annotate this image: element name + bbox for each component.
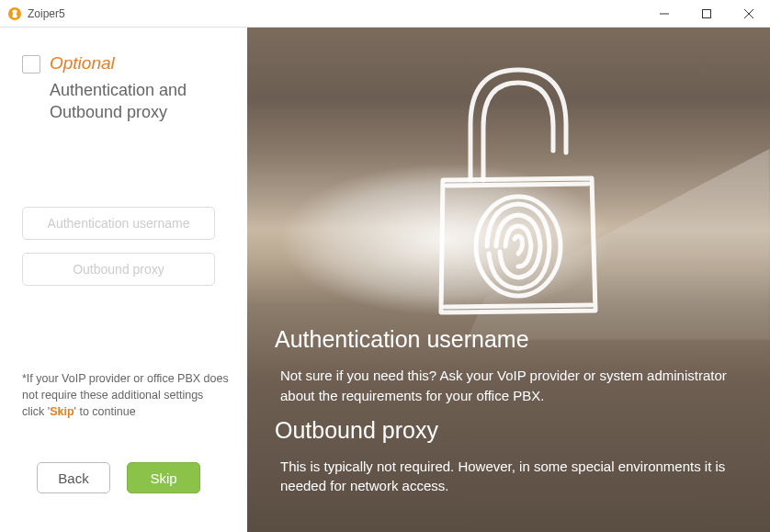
proxy-description: This is typically not required. However,… xyxy=(275,457,748,497)
optional-label: Optional xyxy=(50,53,115,74)
auth-heading: Authentication username xyxy=(275,326,748,353)
app-icon xyxy=(7,6,22,21)
skip-button[interactable]: Skip xyxy=(127,462,200,493)
proxy-heading: Outbound proxy xyxy=(275,417,748,444)
maximize-button[interactable] xyxy=(685,0,728,28)
close-button[interactable] xyxy=(728,0,770,28)
lock-fingerprint-icon xyxy=(408,42,610,322)
titlebar: Zoiper5 xyxy=(0,0,770,28)
hint-text: *If your VoIP provider or office PBX doe… xyxy=(22,370,229,420)
left-panel: Optional Authentication and Outbound pro… xyxy=(0,28,247,532)
auth-username-input[interactable] xyxy=(22,207,215,240)
optional-checkbox[interactable] xyxy=(22,55,40,74)
minimize-button[interactable] xyxy=(643,0,685,28)
auth-description: Not sure if you need this? Ask your VoIP… xyxy=(275,366,748,406)
svg-rect-2 xyxy=(703,9,711,17)
hint-post: ' to continue xyxy=(74,405,136,418)
outbound-proxy-input[interactable] xyxy=(22,253,215,286)
right-panel: Authentication username Not sure if you … xyxy=(247,28,770,532)
back-button[interactable]: Back xyxy=(37,462,110,493)
hint-skip-word: Skip xyxy=(50,405,74,418)
section-subtitle: Authentication and Outbound proxy xyxy=(50,79,229,124)
window-title: Zoiper5 xyxy=(28,7,65,20)
